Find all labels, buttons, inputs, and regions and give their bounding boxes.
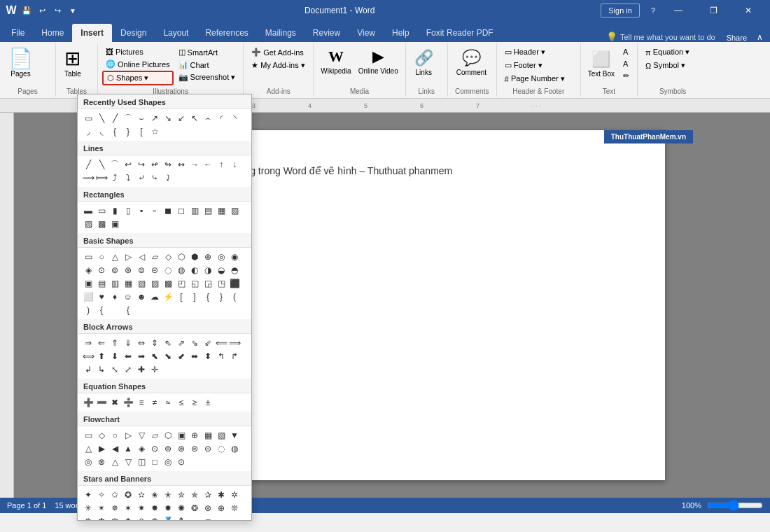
shape-item[interactable]: ◍ — [175, 264, 188, 276]
shape-item[interactable]: ◓ — [228, 264, 241, 276]
shape-item[interactable]: ❊ — [228, 502, 241, 513]
shape-item[interactable]: ⬉ — [148, 350, 161, 363]
formula-dropdown-icon[interactable]: ▼ — [67, 5, 78, 16]
shape-item[interactable]: ↫ — [148, 158, 161, 171]
shape-item[interactable]: ◌ — [162, 264, 174, 276]
shape-item[interactable]: ╱ — [82, 158, 94, 171]
shape-item[interactable]: ✚ — [135, 363, 148, 376]
textbox-button[interactable]: ⬜ Text Box — [585, 49, 617, 79]
shape-item[interactable]: ▽ — [122, 456, 134, 468]
shape-item[interactable]: ✧ — [95, 489, 108, 501]
shape-item[interactable]: ◲ — [202, 277, 214, 290]
shape-item[interactable]: ⊙ — [175, 456, 188, 468]
lightbulb-icon[interactable]: 💡 — [606, 31, 617, 42]
shape-item[interactable]: ✶ — [122, 502, 134, 513]
shape-item[interactable]: ▮ — [108, 204, 121, 217]
my-addins-button[interactable]: ★ My Add-ins ▾ — [248, 59, 308, 71]
share-button[interactable]: Share — [721, 34, 752, 42]
shape-item[interactable]: ▽ — [135, 429, 148, 442]
shape-item[interactable]: ▥ — [188, 204, 201, 217]
shape-item[interactable]: ✬ — [148, 489, 161, 501]
shape-item[interactable]: ↭ — [175, 158, 188, 171]
shape-item[interactable]: ☆ — [148, 125, 161, 138]
shape-item[interactable]: ❂ — [188, 502, 201, 513]
shape-item[interactable]: ⤢ — [122, 363, 134, 376]
shape-item[interactable]: ⊙ — [148, 442, 161, 455]
shape-item[interactable]: ⇖ — [162, 337, 174, 349]
shape-item[interactable]: ◎ — [162, 456, 174, 468]
shape-item[interactable]: ▦ — [202, 429, 214, 442]
shape-item[interactable]: ⊜ — [135, 264, 148, 276]
shape-item[interactable]: ± — [202, 396, 214, 409]
shape-item[interactable]: ▬ — [82, 204, 94, 217]
shape-item[interactable]: ◌ — [215, 442, 227, 455]
shape-item[interactable]: ◼ — [162, 204, 174, 217]
shape-item[interactable]: ⬊ — [162, 350, 174, 363]
tab-file[interactable]: File — [3, 24, 33, 42]
shape-item[interactable]: ⬋ — [175, 350, 188, 363]
shape-item[interactable]: ↱ — [228, 350, 241, 363]
shape-item[interactable]: ⤵ — [122, 172, 134, 184]
shape-item[interactable]: ▨ — [82, 218, 94, 230]
shape-item[interactable]: ◫ — [135, 456, 148, 468]
shape-item[interactable]: ≈ — [162, 396, 174, 409]
dropcap-button[interactable]: A — [620, 58, 633, 69]
shape-item[interactable]: ⌒ — [122, 112, 134, 125]
shape-item[interactable]: ▫ — [148, 204, 161, 217]
shape-item[interactable]: ⊕ — [215, 502, 227, 513]
chart-button[interactable]: 📊 Chart — [175, 59, 239, 71]
tell-me-label[interactable]: Tell me what you want to do — [620, 33, 715, 41]
redo-icon[interactable]: ↪ — [52, 5, 63, 16]
tab-home[interactable]: Home — [33, 24, 72, 42]
shape-item[interactable]: ▥ — [108, 277, 121, 290]
shape-item[interactable]: ◳ — [215, 277, 227, 290]
shape-item[interactable]: ✲ — [228, 489, 241, 501]
shape-item[interactable]: ↖ — [188, 112, 201, 125]
shape-item[interactable]: ⇓ — [122, 337, 134, 349]
shape-item[interactable]: { — [108, 125, 121, 138]
tab-foxit[interactable]: Foxit Reader PDF — [418, 24, 502, 42]
shape-item[interactable]: ⬅ — [122, 350, 134, 363]
shape-item[interactable]: ⤷ — [148, 172, 161, 184]
tab-insert[interactable]: Insert — [72, 24, 112, 42]
shape-item[interactable]: ⇒ — [82, 337, 94, 349]
shape-item[interactable]: ⟾ — [95, 172, 108, 184]
shape-item[interactable]: ⊛ — [175, 442, 188, 455]
shape-item[interactable]: ◝ — [228, 112, 241, 125]
shape-item[interactable]: ⟿ — [82, 172, 94, 184]
shape-item[interactable]: ⌣ — [135, 112, 148, 125]
shape-item[interactable]: ✮ — [175, 489, 188, 501]
shape-item[interactable]: □ — [148, 456, 161, 468]
shape-item[interactable]: ↑ — [215, 158, 227, 171]
shape-item[interactable]: ▱ — [148, 429, 161, 442]
shape-item[interactable]: ✪ — [122, 489, 134, 501]
shape-item[interactable]: ➡ — [135, 350, 148, 363]
shape-item[interactable]: ↘ — [162, 112, 174, 125]
shape-item[interactable]: ◈ — [82, 264, 94, 276]
shape-item[interactable]: ✳ — [82, 502, 94, 513]
shape-item[interactable]: ≥ — [188, 396, 201, 409]
shape-item[interactable]: ⟹ — [228, 337, 241, 349]
shape-item[interactable]: ╲ — [95, 158, 108, 171]
shape-item[interactable]: ◑ — [202, 264, 214, 276]
shape-item[interactable]: ) — [82, 304, 94, 316]
shape-item[interactable]: ▲ — [122, 442, 134, 455]
shape-item[interactable]: [ — [175, 290, 188, 303]
smartart-button[interactable]: ◫ SmartArt — [175, 46, 239, 58]
sigline-button[interactable]: ✏ — [620, 70, 633, 82]
shape-item[interactable]: ♦ — [108, 290, 121, 303]
tab-mailings[interactable]: Mailings — [257, 24, 304, 42]
shapes-button[interactable]: ⬡ Shapes ▾ — [102, 71, 174, 85]
shape-item[interactable]: ✱ — [215, 489, 227, 501]
help-icon[interactable]: ? — [647, 5, 659, 16]
close-button[interactable]: ✕ — [732, 0, 764, 21]
shape-item[interactable]: ⊝ — [148, 264, 161, 276]
tab-view[interactable]: View — [349, 24, 384, 42]
shape-item[interactable]: ⊕ — [188, 429, 201, 442]
shape-item[interactable]: ☁ — [148, 290, 161, 303]
shape-item[interactable]: ≠ — [148, 396, 161, 409]
shape-item[interactable]: ▩ — [162, 277, 174, 290]
screenshot-button[interactable]: 📷 Screenshot ▾ — [175, 71, 239, 83]
shape-item[interactable]: ◐ — [188, 264, 201, 276]
shape-item[interactable]: ✫ — [135, 489, 148, 501]
